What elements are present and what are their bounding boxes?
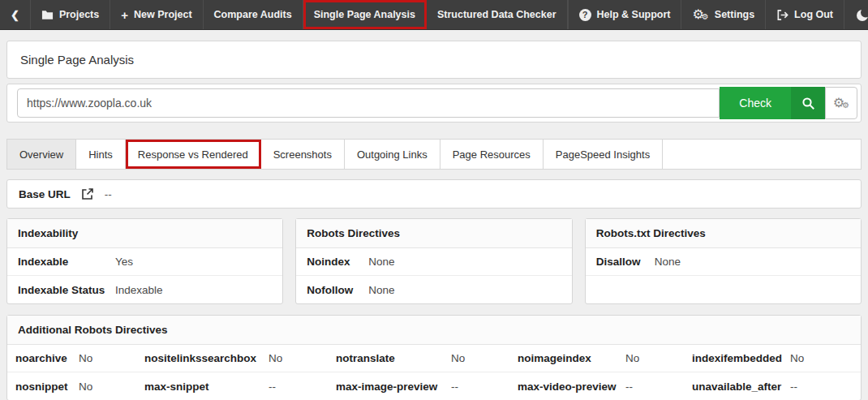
nav-item-help-support[interactable]: ? Help & Support: [568, 0, 682, 29]
panel-row-nofollow: Nofollow None: [296, 276, 571, 303]
gears-icon: ⚙⚙: [692, 8, 708, 21]
nav-item-projects[interactable]: Projects: [31, 0, 110, 29]
panel-row-disallow: Disallow None: [586, 248, 861, 276]
base-url-row: Base URL --: [6, 179, 862, 209]
nav-item-label: Help & Support: [597, 9, 671, 20]
nav-item-label: Log Out: [794, 9, 833, 20]
panel-row-empty: [586, 276, 861, 303]
top-navigation-bar: ❮ Projects + New Project Compare Audits …: [0, 0, 868, 30]
tab-response-vs-rendered[interactable]: Response vs Rendered: [126, 140, 261, 169]
robots-directives-panel: Robots Directives Noindex None Nofollow …: [295, 218, 572, 304]
tab-outgoing-links[interactable]: Outgoing Links: [345, 140, 440, 169]
back-chevron-icon: ❮: [11, 9, 19, 21]
search-icon: [801, 97, 815, 110]
panel-row-indexable: Indexable Yes: [7, 248, 282, 276]
nav-item-structured-data-checker[interactable]: Structured Data Checker: [427, 0, 568, 29]
tab-screenshots[interactable]: Screenshots: [261, 140, 345, 169]
tab-overview[interactable]: Overview: [7, 140, 76, 169]
tab-pagespeed-insights[interactable]: PageSpeed Insights: [544, 140, 663, 169]
panel-row-indexable-status: Indexable Status Indexable: [7, 276, 282, 303]
nav-item-compare-audits[interactable]: Compare Audits: [204, 0, 303, 29]
url-bar: Check ⚙⚙: [6, 84, 862, 123]
plus-icon: +: [121, 9, 128, 21]
nav-item-new-project[interactable]: + New Project: [110, 0, 203, 29]
advanced-options-button[interactable]: ⚙⚙: [825, 87, 857, 119]
nav-item-settings[interactable]: ⚙⚙ Settings: [681, 0, 766, 29]
nav-item-label: Structured Data Checker: [437, 9, 556, 20]
tab-bar: Overview Hints Response vs Rendered Scre…: [6, 139, 862, 170]
back-button[interactable]: ❮: [0, 0, 31, 29]
nav-item-label: Projects: [59, 9, 99, 20]
panel-title: Robots Directives: [296, 219, 571, 248]
panel-title: Indexability: [7, 219, 282, 248]
question-circle-icon: ?: [579, 9, 591, 21]
page-title-card: Single Page Analysis: [6, 41, 862, 79]
search-button[interactable]: [791, 87, 825, 119]
cogs-icon: ⚙⚙: [833, 97, 849, 110]
url-input[interactable]: [17, 88, 720, 118]
logout-icon: [776, 9, 789, 21]
panel-title: Robots.txt Directives: [586, 219, 861, 248]
robots-txt-directives-panel: Robots.txt Directives Disallow None: [585, 218, 862, 304]
panel-row-noindex: Noindex None: [296, 248, 571, 276]
nav-item-label: Settings: [715, 9, 754, 20]
base-url-value: --: [105, 188, 112, 200]
tab-hints[interactable]: Hints: [76, 140, 126, 169]
nav-item-label: New Project: [134, 9, 192, 20]
base-url-label: Base URL: [19, 188, 71, 200]
external-link-icon[interactable]: [81, 187, 94, 200]
directives-row: noarchive No nositelinkssearchbox No not…: [7, 345, 861, 372]
folder-icon: [41, 10, 54, 20]
dark-mode-toggle[interactable]: [844, 0, 868, 29]
panel-title: Additional Robots Directives: [7, 316, 861, 345]
moon-icon: [855, 7, 868, 22]
directives-row: nosnippet No max-snippet -- max-image-pr…: [7, 372, 861, 400]
nav-item-single-page-analysis[interactable]: Single Page Analysis: [303, 0, 427, 29]
page-title: Single Page Analysis: [20, 53, 134, 67]
tab-page-resources[interactable]: Page Resources: [440, 140, 544, 169]
nav-item-log-out[interactable]: Log Out: [766, 0, 844, 29]
indexability-panel: Indexability Indexable Yes Indexable Sta…: [6, 218, 283, 304]
nav-item-label: Compare Audits: [214, 9, 292, 20]
nav-item-label: Single Page Analysis: [314, 9, 415, 20]
additional-robots-directives-panel: Additional Robots Directives noarchive N…: [6, 315, 862, 400]
summary-panels: Indexability Indexable Yes Indexable Sta…: [6, 218, 862, 304]
check-button[interactable]: Check: [720, 87, 791, 119]
